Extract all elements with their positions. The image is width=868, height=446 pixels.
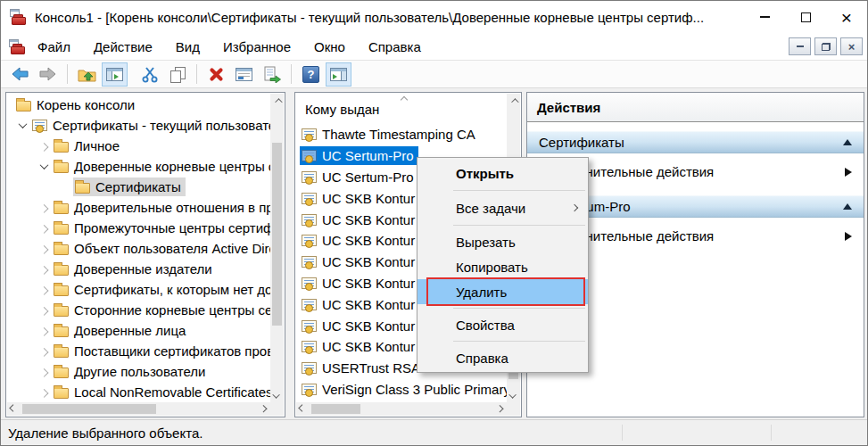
certificate-icon xyxy=(302,128,317,140)
tree-item-certificates-selected[interactable]: Сертификаты xyxy=(7,177,270,197)
certificate-icon xyxy=(302,320,317,332)
tree-vertical-scrollbar[interactable] xyxy=(270,94,284,402)
tree-item-personal[interactable]: Личное xyxy=(7,136,270,156)
scrollbar-thumb[interactable] xyxy=(311,404,360,414)
mdi-close-button[interactable]: × xyxy=(840,37,863,55)
context-menu: Открыть Все задачи Вырезать Копировать У… xyxy=(417,157,589,373)
scroll-up-arrow[interactable] xyxy=(270,94,284,107)
folder-icon xyxy=(54,244,69,255)
menu-favorites[interactable]: Избранное xyxy=(211,36,302,58)
delete-button[interactable] xyxy=(203,62,229,87)
tree-item-intermediate-cas[interactable]: Промежуточные центры сертификации xyxy=(7,218,270,238)
export-list-icon xyxy=(262,66,282,83)
list-item[interactable]: Thawte Timestamping CA xyxy=(296,124,507,145)
context-menu-open[interactable]: Открыть xyxy=(417,160,588,186)
mdi-minimize-button[interactable] xyxy=(789,37,811,55)
tree-item-trusted-publishers[interactable]: Доверенные издатели xyxy=(7,259,270,279)
close-button[interactable]: × xyxy=(826,1,867,33)
context-menu-properties[interactable]: Свойства xyxy=(417,312,588,337)
tree-item-third-party-cas[interactable]: Сторонние корневые центры сертификации xyxy=(7,300,270,320)
show-console-tree-button[interactable] xyxy=(102,62,128,87)
tree-item-auth-providers[interactable]: Поставщики сертификатов проверки подлинн… xyxy=(7,341,270,361)
folder-icon xyxy=(54,326,69,337)
context-menu-delete[interactable]: Удалить xyxy=(417,279,588,304)
menu-action[interactable]: Действие xyxy=(82,36,164,58)
chevron-collapsed-icon xyxy=(39,389,48,398)
certificate-icon xyxy=(302,362,317,374)
tree-item-local-nonremovable[interactable]: Local NonRemovable Certificates xyxy=(7,382,270,402)
minimize-button[interactable] xyxy=(744,1,785,33)
context-menu-all-tasks[interactable]: Все задачи xyxy=(417,194,588,221)
tree-horizontal-scrollbar[interactable] xyxy=(7,402,270,416)
chevron-collapsed-icon xyxy=(39,368,48,377)
menu-separator xyxy=(453,190,585,191)
certificate-icon xyxy=(302,341,317,352)
copy-button[interactable] xyxy=(164,62,190,87)
status-text: Удаление выбранного объекта. xyxy=(8,425,203,441)
help-button[interactable]: ? xyxy=(298,62,324,87)
show-action-pane-button[interactable] xyxy=(326,62,351,87)
chevron-collapsed-icon xyxy=(39,307,48,316)
list-item[interactable]: VeriSign Class 3 Public Primary xyxy=(296,379,507,401)
context-menu-cut[interactable]: Вырезать xyxy=(417,229,588,254)
back-button[interactable] xyxy=(7,62,33,87)
forward-button[interactable] xyxy=(35,62,61,87)
toolbar-separator xyxy=(196,64,197,84)
up-folder-button[interactable] xyxy=(74,62,100,87)
mdi-restore-button[interactable] xyxy=(814,37,837,55)
close-icon: × xyxy=(848,41,856,53)
title-bar: Консоль1 - [Корень консоли\Сертификаты -… xyxy=(1,1,867,33)
tree-item-ad-user-object[interactable]: Объект пользователя Active Directory xyxy=(7,238,270,259)
scrollbar-thumb[interactable] xyxy=(272,143,282,326)
tree-item-trusted-root-cas[interactable]: Доверенные корневые центры сертификации xyxy=(7,156,270,177)
menu-file[interactable]: Файл xyxy=(26,36,82,58)
collapse-section-icon[interactable] xyxy=(843,139,852,145)
certificate-icon xyxy=(302,171,317,183)
maximize-button[interactable] xyxy=(785,1,826,33)
minimize-icon xyxy=(797,45,804,47)
tree-item-trusted-people[interactable]: Доверенные лица xyxy=(7,320,270,341)
list-horizontal-scrollbar[interactable] xyxy=(296,402,507,416)
tree-item-untrusted-certificates[interactable]: Сертификаты, к которым нет доверия xyxy=(7,279,270,300)
folder-icon xyxy=(16,101,31,112)
console-icon[interactable] xyxy=(8,39,26,54)
folder-icon xyxy=(54,224,69,235)
certificate-icon xyxy=(302,299,317,310)
minimize-icon xyxy=(760,16,770,17)
tree-item-console-root[interactable]: Корень консоли xyxy=(7,95,270,115)
menu-view[interactable]: Вид xyxy=(164,36,211,58)
submenu-arrow-icon xyxy=(845,232,852,241)
up-folder-icon xyxy=(78,67,96,82)
column-header-issued-to[interactable]: Кому выдан xyxy=(296,94,507,124)
chevron-collapsed-icon xyxy=(39,225,48,234)
scroll-left-arrow[interactable] xyxy=(7,402,21,416)
cut-button[interactable] xyxy=(136,62,162,87)
scroll-left-arrow[interactable] xyxy=(296,402,310,416)
scroll-down-arrow[interactable] xyxy=(270,389,284,402)
menu-window[interactable]: Окно xyxy=(302,36,357,58)
folder-icon xyxy=(54,285,69,296)
tree-item-certificates-current-user[interactable]: Сертификаты - текущий пользователь xyxy=(7,115,270,136)
chevron-collapsed-icon xyxy=(39,266,48,275)
scroll-up-arrow[interactable] xyxy=(507,94,520,107)
tree-item-enterprise-trust[interactable]: Доверительные отношения в предприятии xyxy=(7,197,270,218)
scrollbar-thumb[interactable] xyxy=(22,404,156,414)
properties-button[interactable] xyxy=(231,62,257,87)
close-icon: × xyxy=(841,8,852,27)
export-list-button[interactable] xyxy=(259,62,285,87)
scroll-right-arrow[interactable] xyxy=(493,402,507,416)
scrollbar-corner xyxy=(270,402,284,416)
context-menu-copy[interactable]: Копировать xyxy=(417,254,588,279)
menu-help[interactable]: Справка xyxy=(357,36,433,58)
menu-bar: Файл Действие Вид Избранное Окно Справка… xyxy=(1,33,867,61)
context-menu-help[interactable]: Справка xyxy=(417,345,588,370)
chevron-collapsed-icon xyxy=(39,286,48,295)
tree-item-other-people[interactable]: Другие пользователи xyxy=(7,361,270,382)
submenu-arrow-icon xyxy=(845,168,852,177)
actions-section-certificates[interactable]: Сертификаты xyxy=(527,131,864,153)
collapse-section-icon[interactable] xyxy=(843,203,852,210)
scroll-right-arrow[interactable] xyxy=(257,402,270,416)
status-bar: Удаление выбранного объекта. xyxy=(1,419,867,445)
chevron-collapsed-icon xyxy=(39,143,48,152)
scroll-down-arrow[interactable] xyxy=(507,389,520,402)
